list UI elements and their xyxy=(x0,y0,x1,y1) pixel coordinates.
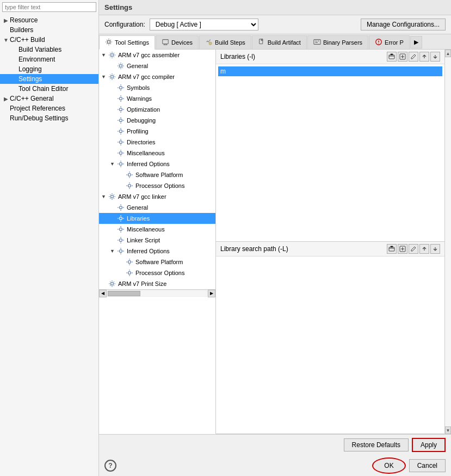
tree-node-inferred-compiler[interactable]: ▼ Inferred Options xyxy=(99,158,215,169)
tab-build-steps[interactable]: Build Steps xyxy=(199,35,251,49)
manage-configurations-button[interactable]: Manage Configurations... xyxy=(361,19,446,30)
expand-arrow-icon: ▼ xyxy=(110,248,116,254)
edit-button[interactable] xyxy=(409,52,418,62)
sidebar-item-settings[interactable]: Settings xyxy=(0,74,98,84)
build-steps-icon xyxy=(205,38,213,47)
filter-input[interactable] xyxy=(2,2,96,12)
tree-node-compiler[interactable]: ▼ ARM v7 gcc compiler xyxy=(99,71,215,82)
tab-label: Devices xyxy=(171,39,193,46)
scroll-up-btn[interactable]: ▲ xyxy=(445,50,451,57)
edit-path-button[interactable] xyxy=(409,244,418,254)
gear-icon xyxy=(125,268,134,277)
tree-node-profiling[interactable]: Profiling xyxy=(99,126,215,137)
tree-node-sw-platform-linker[interactable]: Software Platform xyxy=(99,257,215,267)
tab-devices[interactable]: Devices xyxy=(156,35,199,49)
tree-node-print-size[interactable]: ARM v7 Print Size xyxy=(99,278,215,289)
sidebar-label: C/C++ Build xyxy=(10,36,45,44)
tree-node-label: General xyxy=(127,63,148,69)
sidebar-label: Tool Chain Editor xyxy=(18,85,68,93)
sidebar-label: Build Variables xyxy=(18,46,61,53)
tree-node-linker-general[interactable]: General xyxy=(99,202,215,213)
add-library-button[interactable] xyxy=(387,52,397,62)
scroll-right-btn[interactable]: ▶ xyxy=(208,290,215,297)
tree-node-proc-options-compiler[interactable]: Processor Options xyxy=(99,180,215,191)
tree-node-assembler[interactable]: ▼ ARM v7 gcc assembler xyxy=(99,50,215,60)
ok-button[interactable]: OK xyxy=(372,457,405,474)
svg-point-2 xyxy=(209,42,212,45)
sidebar-label: Resource xyxy=(10,16,38,24)
add-file-path-button[interactable] xyxy=(398,244,407,254)
tree-node-linker-script[interactable]: Linker Script xyxy=(99,235,215,246)
tree-node-misc-linker[interactable]: Miscellaneous xyxy=(99,224,215,235)
scroll-thumb[interactable] xyxy=(108,291,140,296)
tab-tool-settings[interactable]: Tool Settings xyxy=(99,35,155,50)
panel-action-buttons xyxy=(387,52,440,62)
tree-node-sw-platform-compiler[interactable]: Software Platform xyxy=(99,169,215,180)
tree-node-label: Libraries xyxy=(127,215,150,222)
tab-build-artifact[interactable]: Build Artifact xyxy=(252,35,307,49)
move-up-path-button[interactable] xyxy=(419,244,429,254)
gear-icon xyxy=(116,83,125,92)
library-search-panel: Library search path (-L) xyxy=(216,242,444,434)
h-scrollbar[interactable]: ◀ ▶ xyxy=(99,289,215,297)
sidebar-item-ccpp-general[interactable]: ▶ C/C++ General xyxy=(0,94,98,103)
move-up-button[interactable] xyxy=(419,52,429,62)
build-artifact-icon xyxy=(258,38,265,47)
sidebar-item-run-debug[interactable]: Run/Debug Settings xyxy=(0,113,98,123)
tree-node-debugging[interactable]: Debugging xyxy=(99,115,215,126)
move-down-button[interactable] xyxy=(430,52,440,62)
tree-node-inferred-linker[interactable]: ▼ Inferred Options xyxy=(99,246,215,257)
svg-point-16 xyxy=(120,152,122,155)
tree-node-label: Miscellaneous xyxy=(127,150,165,156)
tree-node-linker[interactable]: ▼ ARM v7 gcc linker xyxy=(99,191,215,202)
tree-node-proc-options-linker[interactable]: Processor Options xyxy=(99,267,215,278)
scroll-down-btn[interactable]: ▼ xyxy=(445,426,451,434)
library-search-panel-header: Library search path (-L) xyxy=(216,242,444,257)
tree-node-label: Optimization xyxy=(127,106,160,113)
config-select[interactable]: Debug [ Active ] xyxy=(150,19,258,30)
tree-node-libraries[interactable]: Libraries xyxy=(99,213,215,224)
tree-node-optimization[interactable]: Optimization xyxy=(99,104,215,115)
tree-node-assembler-general[interactable]: General xyxy=(99,60,215,71)
binary-parsers-icon xyxy=(313,38,321,47)
tab-error-p[interactable]: Error P xyxy=(369,35,410,49)
sidebar-item-resource[interactable]: ▶ Resource xyxy=(0,15,98,25)
move-down-path-button[interactable] xyxy=(430,244,440,254)
cancel-button[interactable]: Cancel xyxy=(409,459,446,472)
tree-node-label: Processor Options xyxy=(135,270,184,276)
tree-node-label: Inferred Options xyxy=(127,248,170,254)
restore-defaults-button[interactable]: Restore Defaults xyxy=(344,438,409,451)
gear-icon xyxy=(108,72,116,81)
sidebar-item-ccpp-build[interactable]: ▼ C/C++ Build xyxy=(0,35,98,45)
svg-point-13 xyxy=(120,119,122,122)
sidebar-item-project-references[interactable]: Project References xyxy=(0,103,98,113)
sidebar-item-build-variables[interactable]: Build Variables xyxy=(0,45,98,54)
scroll-track-v[interactable] xyxy=(445,57,451,426)
tab-binary-parsers[interactable]: Binary Parsers xyxy=(307,35,368,49)
sidebar-item-toolchain[interactable]: Tool Chain Editor xyxy=(0,84,98,94)
scroll-track[interactable] xyxy=(108,291,207,296)
tree-node-label: Symbols xyxy=(127,84,150,91)
tab-label: Build Artifact xyxy=(268,39,301,46)
add-file-button[interactable] xyxy=(398,52,407,62)
svg-point-18 xyxy=(128,174,131,176)
help-icon[interactable]: ? xyxy=(104,460,116,472)
tree-node-misc-compiler[interactable]: Miscellaneous xyxy=(99,148,215,158)
sidebar-item-logging[interactable]: Logging xyxy=(0,64,98,74)
gear-icon xyxy=(125,258,134,266)
apply-button[interactable]: Apply xyxy=(412,438,446,452)
tree-node-warnings[interactable]: Warnings xyxy=(99,93,215,104)
tree-node-directories[interactable]: Directories xyxy=(99,137,215,148)
gear-icon xyxy=(116,160,125,168)
sidebar-item-builders[interactable]: Builders xyxy=(0,25,98,35)
library-search-panel-title: Library search path (-L) xyxy=(220,245,288,253)
more-tabs-button[interactable]: ▶ xyxy=(410,36,422,48)
tree-node-symbols[interactable]: Symbols xyxy=(99,82,215,93)
scroll-left-btn[interactable]: ◀ xyxy=(99,290,107,297)
gear-icon xyxy=(108,192,116,201)
sidebar-item-environment[interactable]: Environment xyxy=(0,54,98,64)
tree-node-label: ARM v7 gcc linker xyxy=(118,193,166,200)
library-item[interactable]: m xyxy=(218,66,442,76)
add-library-path-button[interactable] xyxy=(387,244,397,254)
gear-icon xyxy=(125,181,134,190)
